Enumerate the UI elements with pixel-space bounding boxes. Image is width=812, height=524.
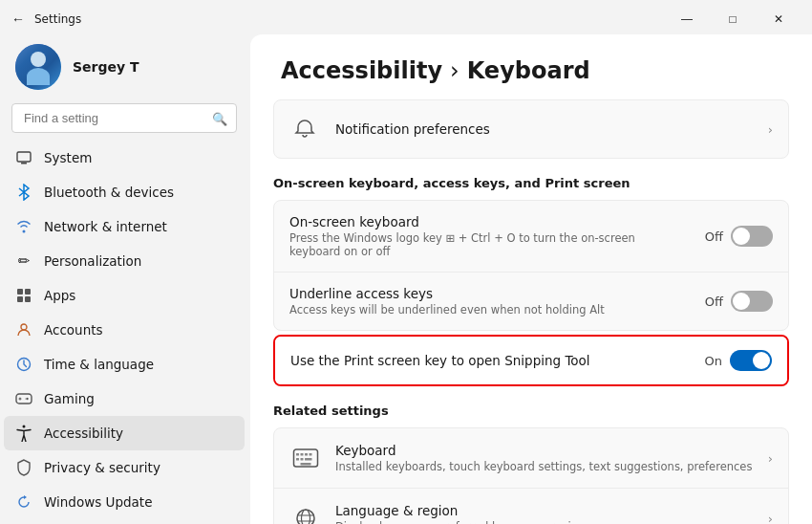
svg-rect-0	[17, 152, 31, 162]
svg-rect-14	[310, 453, 312, 456]
privacy-icon	[15, 459, 32, 476]
bluetooth-icon	[15, 184, 32, 201]
onscreen-keyboard-toggle[interactable]	[731, 226, 773, 247]
sidebar-item-update[interactable]: Windows Update	[4, 485, 245, 519]
accounts-icon	[15, 321, 32, 338]
svg-point-6	[21, 324, 27, 330]
language-chevron-icon: ›	[768, 512, 773, 525]
sidebar-label-accounts: Accounts	[44, 322, 103, 338]
avatar	[15, 44, 61, 90]
print-screen-title: Use the Print screen key to open Snippin…	[290, 353, 690, 368]
apps-icon	[15, 287, 32, 304]
toggle-thumb-3	[753, 352, 770, 369]
svg-rect-11	[296, 453, 299, 456]
sidebar-label-system: System	[44, 150, 92, 165]
onscreen-keyboard-right: Off	[705, 226, 773, 247]
search-box: 🔍	[11, 103, 237, 133]
related-language-row[interactable]: Language & region Display language, pref…	[274, 488, 788, 524]
svg-rect-4	[17, 296, 23, 302]
sidebar-label-personalization: Personalization	[44, 253, 141, 269]
related-keyboard-row[interactable]: Keyboard Installed keyboards, touch keyb…	[274, 428, 788, 488]
onscreen-keyboard-text: On-screen keyboard Press the Windows log…	[289, 214, 690, 258]
notification-preferences-title: Notification preferences	[335, 121, 753, 137]
print-screen-right: On	[705, 350, 772, 371]
underline-access-keys-text: Underline access keys Access keys will b…	[289, 286, 690, 317]
minimize-button[interactable]: —	[665, 6, 709, 33]
svg-rect-5	[25, 296, 31, 302]
underline-access-keys-desc: Access keys will be underlined even when…	[289, 303, 690, 317]
related-language-title: Language & region	[335, 503, 755, 518]
breadcrumb-parent: Accessibility	[281, 57, 442, 84]
sidebar-item-accessibility[interactable]: Accessibility	[4, 416, 245, 450]
onscreen-keyboard-row[interactable]: On-screen keyboard Press the Windows log…	[274, 201, 788, 272]
sidebar: Sergey T 🔍 System Bluetooth & devices	[0, 34, 248, 524]
notification-preferences-row[interactable]: Notification preferences ›	[274, 100, 788, 158]
print-screen-text: Use the Print screen key to open Snippin…	[290, 353, 690, 368]
maximize-button[interactable]: □	[711, 6, 755, 33]
svg-rect-17	[305, 458, 312, 461]
svg-rect-12	[301, 453, 304, 456]
svg-rect-1	[21, 163, 27, 164]
related-language-text: Language & region Display language, pref…	[335, 503, 755, 524]
svg-rect-18	[301, 463, 311, 466]
settings-area: Notification preferences › On-screen key…	[250, 99, 812, 524]
print-screen-toggle[interactable]	[730, 350, 772, 371]
svg-rect-8	[16, 394, 32, 404]
underline-access-keys-state: Off	[705, 295, 723, 309]
nav-list: System Bluetooth & devices Network & int…	[0, 141, 248, 519]
sidebar-item-privacy[interactable]: Privacy & security	[4, 450, 245, 485]
underline-access-keys-right: Off	[705, 291, 773, 312]
svg-rect-3	[25, 289, 31, 295]
personalization-icon: ✏️	[15, 252, 32, 270]
svg-point-20	[302, 510, 310, 524]
language-icon	[289, 502, 322, 524]
titlebar: ← Settings — □ ✕	[0, 0, 812, 34]
print-screen-row[interactable]: Use the Print screen key to open Snippin…	[275, 337, 787, 384]
sidebar-item-network[interactable]: Network & internet	[4, 209, 245, 244]
app-body: Sergey T 🔍 System Bluetooth & devices	[0, 34, 812, 524]
sidebar-label-update: Windows Update	[44, 494, 152, 510]
svg-rect-2	[17, 289, 23, 295]
related-keyboard-desc: Installed keyboards, touch keyboard sett…	[335, 460, 755, 473]
notification-chevron-icon: ›	[768, 122, 773, 137]
underline-access-keys-title: Underline access keys	[289, 286, 690, 301]
section2-label: Related settings	[273, 404, 789, 418]
print-screen-card[interactable]: Use the Print screen key to open Snippin…	[273, 335, 789, 386]
sidebar-label-privacy: Privacy & security	[44, 460, 160, 475]
titlebar-controls: — □ ✕	[665, 6, 801, 33]
print-screen-state: On	[705, 354, 722, 368]
onscreen-keyboard-group: On-screen keyboard Press the Windows log…	[273, 200, 789, 331]
sidebar-item-gaming[interactable]: Gaming	[4, 382, 245, 416]
sidebar-label-time: Time & language	[44, 357, 154, 372]
breadcrumb-current: Keyboard	[467, 57, 590, 84]
sidebar-label-network: Network & internet	[44, 219, 167, 234]
section1-label: On-screen keyboard, access keys, and Pri…	[273, 176, 789, 190]
related-settings-card: Keyboard Installed keyboards, touch keyb…	[273, 427, 789, 524]
underline-access-keys-row[interactable]: Underline access keys Access keys will b…	[274, 272, 788, 330]
sidebar-item-bluetooth[interactable]: Bluetooth & devices	[4, 175, 245, 209]
gaming-icon	[15, 390, 32, 407]
titlebar-title: Settings	[34, 12, 81, 26]
sidebar-item-time[interactable]: Time & language	[4, 347, 245, 382]
main-content: Accessibility › Keyboard Notification pr…	[250, 34, 812, 524]
notification-preferences-card[interactable]: Notification preferences ›	[273, 99, 789, 159]
related-keyboard-text: Keyboard Installed keyboards, touch keyb…	[335, 443, 755, 473]
sidebar-item-apps[interactable]: Apps	[4, 278, 245, 313]
svg-rect-15	[296, 458, 299, 461]
search-input[interactable]	[11, 103, 237, 133]
sidebar-item-personalization[interactable]: ✏️ Personalization	[4, 244, 245, 278]
system-icon	[15, 149, 32, 166]
user-section[interactable]: Sergey T	[0, 34, 248, 103]
sidebar-label-gaming: Gaming	[44, 391, 95, 406]
back-button[interactable]: ←	[11, 11, 25, 27]
sidebar-label-accessibility: Accessibility	[44, 426, 123, 441]
sidebar-item-accounts[interactable]: Accounts	[4, 313, 245, 347]
close-button[interactable]: ✕	[757, 6, 801, 33]
underline-access-keys-toggle[interactable]	[731, 291, 773, 312]
sidebar-item-system[interactable]: System	[4, 141, 245, 175]
keyboard-icon	[289, 442, 322, 474]
accessibility-icon	[15, 425, 32, 442]
keyboard-chevron-icon: ›	[768, 451, 773, 466]
breadcrumb-separator: ›	[450, 57, 459, 84]
notification-preferences-text: Notification preferences	[335, 121, 753, 137]
